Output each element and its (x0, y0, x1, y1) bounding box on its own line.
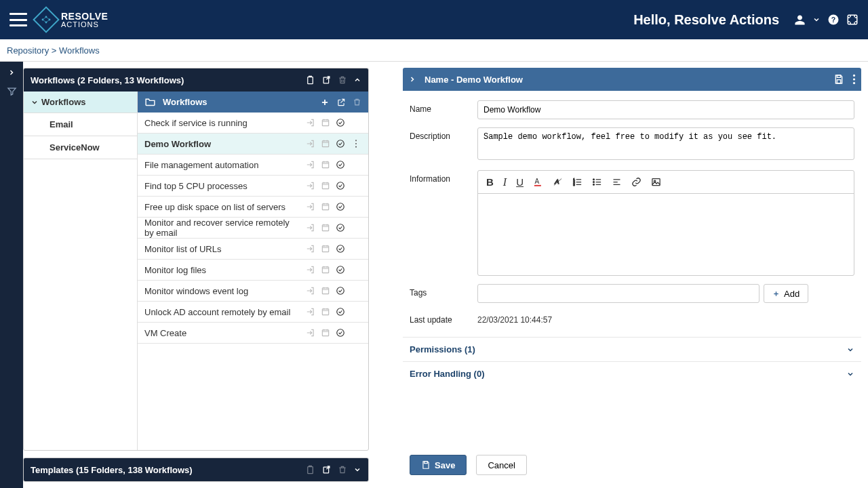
tags-input[interactable] (477, 284, 760, 303)
tree-item[interactable]: Email (24, 113, 137, 136)
check-circle-icon[interactable] (336, 265, 345, 274)
text-color-icon[interactable]: A (533, 177, 543, 187)
workflow-row[interactable]: Find top 5 CPU processes (138, 176, 368, 197)
calendar-icon[interactable] (321, 202, 330, 211)
export-icon[interactable] (321, 75, 332, 85)
workflow-row[interactable]: Monitor and recover service remotely by … (138, 218, 368, 239)
side-rail (0, 62, 23, 488)
filter-icon[interactable] (7, 86, 17, 96)
unordered-list-icon[interactable] (592, 177, 602, 187)
login-icon[interactable] (306, 286, 315, 296)
tree-root[interactable]: Workflows (24, 92, 137, 113)
login-icon[interactable] (306, 244, 315, 253)
calendar-icon[interactable] (321, 118, 330, 127)
cancel-button[interactable]: Cancel (476, 455, 526, 475)
check-circle-icon[interactable] (336, 223, 345, 232)
list-header-title: Workflows (163, 97, 313, 107)
workflow-row[interactable]: Monitor list of URLs (138, 239, 368, 260)
add-tag-button[interactable]: Add (764, 284, 808, 303)
kebab-icon[interactable] (852, 74, 856, 85)
chevron-down-icon[interactable] (812, 16, 821, 24)
check-circle-icon[interactable] (336, 244, 345, 253)
calendar-icon[interactable] (321, 160, 330, 169)
permissions-section[interactable]: Permissions (1) (403, 337, 861, 361)
save-icon[interactable] (833, 74, 844, 85)
check-circle-icon[interactable] (336, 160, 345, 169)
user-icon[interactable] (794, 14, 806, 26)
workflow-list: Workflows Check if service is runningDem… (138, 92, 368, 450)
svg-rect-59 (322, 330, 328, 336)
calendar-icon[interactable] (321, 181, 330, 190)
workflow-row[interactable]: Demo Workflow (138, 134, 368, 155)
rail-expand-icon[interactable] (7, 68, 16, 77)
tree-item[interactable]: ServiceNow (24, 136, 137, 159)
calendar-icon[interactable] (321, 328, 330, 338)
check-circle-icon[interactable] (336, 118, 345, 127)
workflow-row[interactable]: Check if service is running (138, 113, 368, 134)
add-icon[interactable] (320, 98, 330, 107)
link-icon[interactable] (631, 177, 642, 187)
description-input[interactable] (477, 127, 854, 160)
workflow-row[interactable]: File management automation (138, 155, 368, 176)
underline-icon[interactable]: U (516, 176, 524, 188)
row-kebab-icon[interactable] (351, 139, 361, 148)
name-input[interactable] (477, 100, 854, 119)
check-circle-icon[interactable] (336, 202, 345, 211)
svg-rect-80 (652, 179, 660, 186)
templates-panel: Templates (15 Folders, 138 Workflows) (23, 458, 369, 482)
clear-format-icon[interactable]: A (553, 177, 563, 187)
fullscreen-icon[interactable] (846, 14, 859, 26)
italic-icon[interactable]: I (503, 176, 507, 188)
list-trash-icon[interactable] (353, 98, 361, 106)
calendar-icon[interactable] (321, 139, 330, 148)
trash-icon[interactable] (338, 465, 347, 474)
workflow-row[interactable]: Monitor windows event log (138, 281, 368, 302)
check-circle-icon[interactable] (336, 139, 345, 148)
check-circle-icon[interactable] (336, 286, 345, 296)
login-icon[interactable] (306, 139, 315, 148)
login-icon[interactable] (306, 223, 315, 232)
save-button[interactable]: Save (410, 455, 467, 475)
workflow-row[interactable]: Free up disk space on list of servers (138, 197, 368, 218)
open-external-icon[interactable] (336, 98, 346, 107)
calendar-icon[interactable] (321, 286, 330, 296)
login-icon[interactable] (306, 202, 315, 211)
workflow-row[interactable]: VM Create (138, 323, 368, 344)
detail-collapse-icon[interactable] (408, 75, 416, 83)
ordered-list-icon[interactable]: 123 (572, 177, 583, 187)
bold-icon[interactable]: B (486, 176, 494, 188)
align-icon[interactable] (612, 177, 622, 187)
brand-bottom: ACTIONS (61, 21, 108, 28)
login-icon[interactable] (306, 160, 315, 169)
breadcrumb[interactable]: Repository > Workflows (0, 39, 868, 62)
trash-icon[interactable] (338, 75, 347, 85)
calendar-icon[interactable] (321, 223, 330, 232)
workflow-row[interactable]: Unlock AD account remotely by email (138, 302, 368, 323)
login-icon[interactable] (306, 265, 315, 274)
paste-icon[interactable] (305, 75, 315, 85)
menu-button[interactable] (9, 13, 27, 26)
check-circle-icon[interactable] (336, 307, 345, 317)
workflow-row[interactable]: Monitor log files (138, 260, 368, 281)
chevron-down-icon (846, 346, 854, 354)
svg-point-68 (853, 75, 855, 77)
help-icon[interactable]: ? (827, 14, 840, 26)
expand-icon[interactable] (353, 466, 361, 474)
calendar-icon[interactable] (321, 265, 330, 274)
calendar-icon[interactable] (321, 244, 330, 253)
errorhandling-section[interactable]: Error Handling (0) (403, 361, 861, 386)
image-icon[interactable] (651, 177, 661, 187)
paste-icon[interactable] (305, 465, 315, 475)
export-icon[interactable] (321, 465, 332, 475)
login-icon[interactable] (306, 328, 315, 338)
login-icon[interactable] (306, 181, 315, 190)
login-icon[interactable] (306, 307, 315, 317)
check-circle-icon[interactable] (336, 328, 345, 338)
rte-editarea[interactable] (478, 194, 854, 275)
rich-text-editor: B I U A A 123 (477, 170, 854, 276)
login-icon[interactable] (306, 118, 315, 127)
calendar-icon[interactable] (321, 307, 330, 317)
collapse-icon[interactable] (353, 76, 361, 84)
svg-text:?: ? (831, 16, 835, 24)
check-circle-icon[interactable] (336, 181, 345, 190)
